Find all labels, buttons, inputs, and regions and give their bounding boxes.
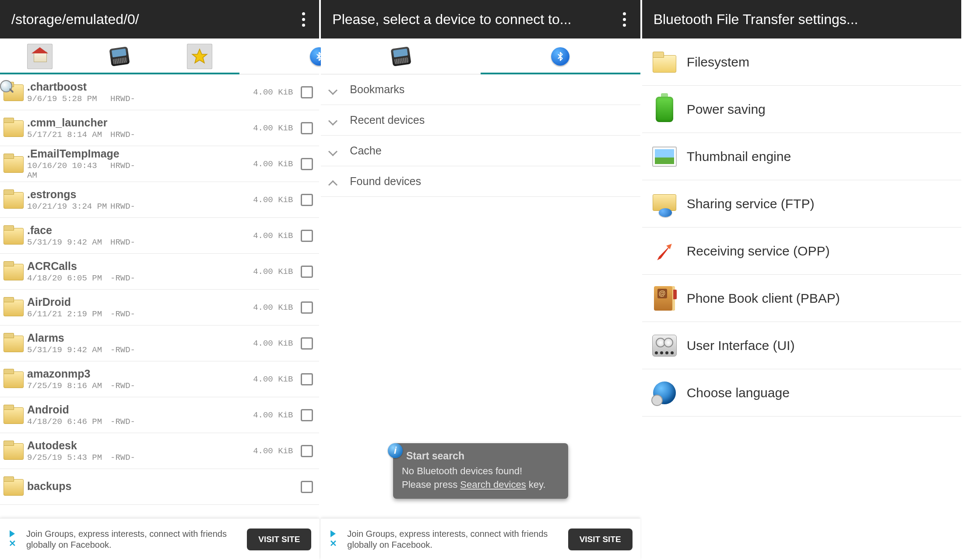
setting-filesystem[interactable]: Filesystem xyxy=(642,38,961,86)
device-select-panel: Please, select a device to connect to...… xyxy=(321,0,642,560)
section-bookmarks[interactable]: Bookmarks xyxy=(321,74,640,105)
setting-label: Choose language xyxy=(687,385,790,400)
thumb-icon xyxy=(651,143,678,170)
setting-label: Receiving service (OPP) xyxy=(687,244,830,259)
home-icon xyxy=(32,48,48,65)
file-row[interactable]: Autodesk9/25/19 5:43 PM-RWD-4.00 KiB xyxy=(0,433,319,469)
section-label: Cache xyxy=(350,144,381,157)
file-row[interactable]: backups xyxy=(0,469,319,505)
file-list[interactable]: .chartboost9/6/19 5:28 PMHRWD-4.00 KiB.c… xyxy=(0,74,319,560)
file-name: amazonmp3 xyxy=(27,368,206,380)
file-row[interactable]: .estrongs10/21/19 3:24 PMHRWD-4.00 KiB xyxy=(0,182,319,218)
file-date: 5/31/19 9:42 AM xyxy=(27,345,110,355)
file-row[interactable]: .cmm_launcher5/17/21 8:14 AMHRWD-4.00 Ki… xyxy=(0,110,319,146)
setting-label: User Interface (UI) xyxy=(687,338,795,353)
file-perm: HRWD- xyxy=(110,130,158,140)
file-row[interactable]: Android4/18/20 6:46 PM-RWD-4.00 KiB xyxy=(0,397,319,433)
setting-power-saving[interactable]: Power saving xyxy=(642,86,961,133)
file-checkbox[interactable] xyxy=(301,230,313,242)
setting-phone-book-client-pbap-[interactable]: Phone Book client (PBAP) xyxy=(642,275,961,322)
file-name: backups xyxy=(27,480,226,493)
file-date: 9/6/19 5:28 PM xyxy=(27,94,110,104)
file-checkbox[interactable] xyxy=(301,337,313,350)
setting-user-interface-ui-[interactable]: User Interface (UI) xyxy=(642,322,961,369)
file-perm: HRWD- xyxy=(110,161,158,180)
setting-label: Phone Book client (PBAP) xyxy=(687,291,840,306)
tab-bluetooth[interactable] xyxy=(481,38,640,74)
file-size: 4.00 KiB xyxy=(206,374,301,384)
chevron-down-icon xyxy=(327,84,339,96)
file-size: 4.00 KiB xyxy=(206,88,301,97)
overflow-menu-icon[interactable] xyxy=(619,10,631,28)
file-checkbox[interactable] xyxy=(301,194,313,206)
file-row[interactable]: AirDroid6/11/21 2:19 PM-RWD-4.00 KiB xyxy=(0,290,319,326)
toast-title: Start search xyxy=(406,450,464,462)
tab-device[interactable] xyxy=(321,38,481,74)
file-checkbox[interactable] xyxy=(301,445,313,457)
adchoices-icon[interactable]: ✕ xyxy=(3,530,22,549)
file-name: ACRCalls xyxy=(27,260,206,273)
folder-icon xyxy=(651,49,678,76)
file-name: .estrongs xyxy=(27,188,206,201)
section-recent-devices[interactable]: Recent devices xyxy=(321,105,640,136)
file-row[interactable]: Alarms5/31/19 9:42 AM-RWD-4.00 KiB xyxy=(0,326,319,361)
battery-icon xyxy=(651,96,678,123)
ad-banner[interactable]: ✕ Join Groups, express interests, connec… xyxy=(0,518,319,560)
file-checkbox[interactable] xyxy=(301,373,313,385)
star-icon xyxy=(191,48,208,65)
file-checkbox[interactable] xyxy=(301,266,313,278)
ad-cta-button[interactable]: VISIT SITE xyxy=(247,528,311,550)
file-checkbox[interactable] xyxy=(301,86,313,98)
overflow-menu-icon[interactable] xyxy=(297,10,309,28)
tabbar xyxy=(0,38,319,74)
file-row[interactable]: .face5/31/19 9:42 AMHRWD-4.00 KiB xyxy=(0,218,319,254)
tab-home[interactable] xyxy=(0,38,80,74)
file-perm: HRWD- xyxy=(110,238,158,247)
ad-banner[interactable]: ✕ Join Groups, express interests, connec… xyxy=(321,518,640,560)
file-name: AirDroid xyxy=(27,296,206,308)
file-checkbox[interactable] xyxy=(301,158,313,170)
setting-label: Thumbnail engine xyxy=(687,149,791,164)
section-cache[interactable]: Cache xyxy=(321,136,640,166)
titlebar: /storage/emulated/0/ xyxy=(0,0,319,38)
folder-icon xyxy=(3,118,25,139)
file-checkbox[interactable] xyxy=(301,481,313,493)
file-row[interactable]: .chartboost9/6/19 5:28 PMHRWD-4.00 KiB xyxy=(0,74,319,110)
adchoices-icon[interactable]: ✕ xyxy=(323,530,343,549)
folder-icon xyxy=(3,82,25,103)
book-icon xyxy=(651,285,678,312)
file-checkbox[interactable] xyxy=(301,301,313,314)
setting-receiving-service-opp-[interactable]: Receiving service (OPP) xyxy=(642,228,961,275)
file-perm: -RWD- xyxy=(110,309,158,319)
file-row[interactable]: .EmailTempImage10/16/20 10:43 AMHRWD-4.0… xyxy=(0,146,319,182)
file-checkbox[interactable] xyxy=(301,409,313,421)
tab-favorites[interactable] xyxy=(160,38,239,74)
file-name: .face xyxy=(27,224,206,237)
folder-icon xyxy=(3,225,25,246)
file-row[interactable]: amazonmp37/25/19 8:16 AM-RWD-4.00 KiB xyxy=(0,361,319,397)
ad-text: Join Groups, express interests, connect … xyxy=(22,528,247,550)
section-label: Found devices xyxy=(350,175,421,188)
file-name: Autodesk xyxy=(27,439,206,452)
file-date: 4/18/20 6:46 PM xyxy=(27,417,110,427)
file-checkbox[interactable] xyxy=(301,122,313,134)
file-size: 4.00 KiB xyxy=(206,303,301,312)
file-row[interactable]: ACRCalls4/18/20 6:05 PM-RWD-4.00 KiB xyxy=(0,254,319,290)
tab-device[interactable] xyxy=(80,38,159,74)
file-name: .chartboost xyxy=(27,80,206,93)
toast-line1: No Bluetooth devices found! xyxy=(402,465,559,478)
setting-sharing-service-ftp-[interactable]: Sharing service (FTP) xyxy=(642,180,961,228)
section-label: Bookmarks xyxy=(350,83,404,96)
section-found-devices[interactable]: Found devices xyxy=(321,166,640,197)
setting-label: Power saving xyxy=(687,102,766,117)
setting-label: Filesystem xyxy=(687,55,749,70)
setting-thumbnail-engine[interactable]: Thumbnail engine xyxy=(642,133,961,180)
file-size: 4.00 KiB xyxy=(206,339,301,348)
ad-cta-button[interactable]: VISIT SITE xyxy=(568,528,633,550)
file-date: 6/11/21 2:19 PM xyxy=(27,309,110,319)
setting-choose-language[interactable]: Choose language xyxy=(642,369,961,416)
file-name: .cmm_launcher xyxy=(27,116,206,129)
chevron-down-icon xyxy=(327,145,339,157)
section-label: Recent devices xyxy=(350,114,425,126)
search-devices-link[interactable]: Search devices xyxy=(460,479,526,490)
